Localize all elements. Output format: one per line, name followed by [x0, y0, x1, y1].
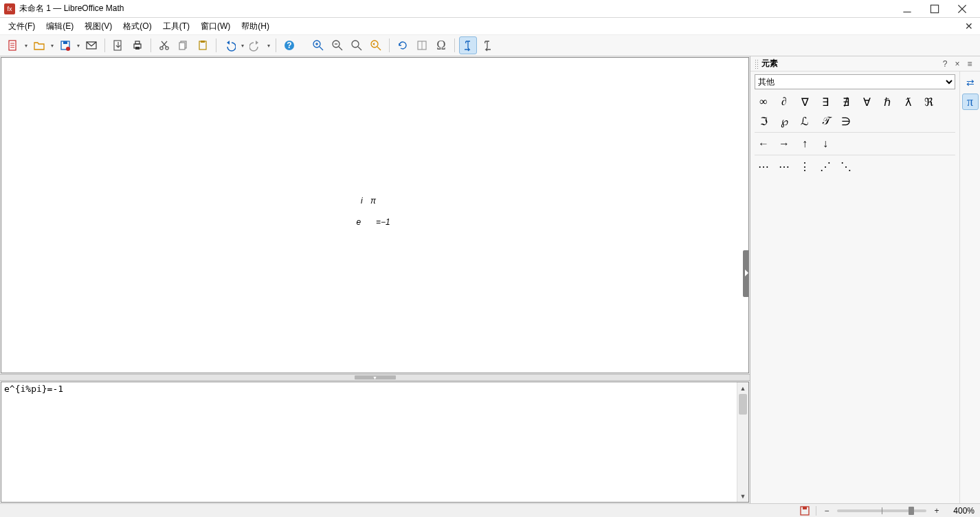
- zoom-minus-button[interactable]: −: [822, 506, 832, 516]
- toolbar-separator: [389, 38, 390, 52]
- symbol-0[interactable]: ℑ: [755, 113, 772, 129]
- symbol-3[interactable]: ∃: [816, 94, 834, 110]
- svg-rect-18: [201, 41, 205, 43]
- symbol-1[interactable]: ℘: [775, 113, 793, 129]
- new-button[interactable]: [4, 36, 22, 54]
- svg-text:?: ?: [287, 41, 291, 50]
- help-button[interactable]: ?: [280, 36, 298, 54]
- menu-tools[interactable]: 工具(T): [157, 19, 195, 34]
- sidebar-pi-button[interactable]: π: [962, 94, 979, 110]
- workspace: ei π=−1 ▼ e^{i%pi}=-1 ▲ ▼ 元素 ? × ≡: [0, 56, 980, 503]
- menu-help[interactable]: 帮助(H): [236, 19, 275, 34]
- elements-help-button[interactable]: ?: [939, 59, 951, 69]
- toolbar-separator: [151, 38, 151, 52]
- symbol-7[interactable]: ƛ: [899, 94, 917, 110]
- scroll-down-icon[interactable]: ▼: [737, 490, 748, 502]
- horizontal-splitter[interactable]: ▼: [0, 374, 750, 381]
- toolbar-separator: [276, 38, 276, 52]
- arrow-symbol-2[interactable]: ↑: [796, 135, 814, 152]
- svg-point-7: [66, 47, 70, 51]
- dots-symbol-0[interactable]: ⋯: [755, 158, 772, 175]
- formula-canvas[interactable]: ei π=−1: [1, 57, 749, 373]
- svg-rect-16: [179, 43, 185, 50]
- arrow-symbol-3[interactable]: ↓: [816, 135, 834, 152]
- zoom-slider-tick: [882, 507, 882, 514]
- command-editor[interactable]: e^{i%pi}=-1: [1, 382, 737, 502]
- svg-line-29: [358, 47, 361, 50]
- rtl-button[interactable]: [478, 36, 496, 54]
- document-close-button[interactable]: ✕: [965, 21, 973, 32]
- symbol-6[interactable]: ℏ: [878, 94, 896, 110]
- zoom-slider-thumb[interactable]: [909, 507, 914, 515]
- symbol-5[interactable]: ∀: [858, 94, 876, 110]
- dots-symbol-3[interactable]: ⋰: [816, 158, 834, 175]
- cut-button[interactable]: [155, 36, 173, 54]
- open-dropdown[interactable]: ▾: [49, 43, 55, 49]
- redo-dropdown[interactable]: ▾: [266, 43, 271, 49]
- save-button[interactable]: [56, 36, 74, 54]
- open-button[interactable]: [30, 36, 48, 54]
- print-button[interactable]: [129, 36, 146, 54]
- dots-symbol-1[interactable]: ⋯: [775, 158, 793, 175]
- svg-point-28: [352, 41, 359, 47]
- symbol-1[interactable]: ∂: [775, 94, 793, 110]
- command-editor-area: e^{i%pi}=-1 ▲ ▼: [1, 382, 749, 503]
- panel-grip-icon[interactable]: [755, 59, 759, 69]
- menu-edit[interactable]: 编辑(E): [41, 19, 79, 34]
- toolbar-separator: [454, 38, 455, 52]
- copy-button[interactable]: [175, 36, 192, 54]
- symbol-0[interactable]: ∞: [755, 94, 772, 110]
- symbol-2[interactable]: ℒ: [796, 113, 814, 129]
- zoom-plus-button[interactable]: +: [932, 506, 942, 516]
- arrow-symbol-1[interactable]: →: [775, 135, 793, 152]
- panel-collapse-handle[interactable]: [743, 250, 749, 297]
- email-button[interactable]: [82, 36, 100, 54]
- new-dropdown[interactable]: ▾: [23, 43, 29, 49]
- paste-button[interactable]: [194, 36, 212, 54]
- zoom-fit-button[interactable]: [367, 36, 385, 54]
- symbol-2[interactable]: ∇: [796, 94, 814, 110]
- refresh-button[interactable]: [394, 36, 412, 54]
- symbol-8[interactable]: ℜ: [920, 94, 937, 110]
- minimize-button[interactable]: [893, 0, 921, 18]
- scroll-thumb[interactable]: [739, 394, 747, 415]
- save-status-icon[interactable]: [799, 505, 810, 516]
- toolbar: ▾ ▾ ▾ ▾ ▾ ? Ω: [0, 34, 980, 56]
- undo-dropdown[interactable]: ▾: [240, 43, 245, 49]
- menu-format[interactable]: 格式(O): [118, 19, 157, 34]
- svg-rect-11: [135, 41, 140, 44]
- import-formula-button[interactable]: [109, 36, 127, 54]
- svg-rect-35: [803, 507, 807, 509]
- ltr-button[interactable]: [459, 36, 477, 54]
- save-dropdown[interactable]: ▾: [76, 43, 81, 49]
- symbol-4[interactable]: ∄: [837, 94, 855, 110]
- zoom-label[interactable]: 400%: [947, 506, 975, 516]
- symbol-3[interactable]: 𝒯: [816, 113, 834, 129]
- menu-window[interactable]: 窗口(W): [195, 19, 236, 34]
- symbol-grid: ∞∂∇∃∄∀ℏƛℜ ℑ℘ℒ𝒯∋ ←→↑↓ ⋯⋯⋮⋰⋱: [755, 94, 955, 175]
- zoom-in-button[interactable]: [309, 36, 327, 54]
- menu-file[interactable]: 文件(F): [3, 19, 41, 34]
- elements-close-button[interactable]: ×: [951, 59, 964, 69]
- menu-view[interactable]: 视图(V): [79, 19, 118, 34]
- category-select[interactable]: 其他: [755, 74, 955, 89]
- close-button[interactable]: [948, 0, 976, 18]
- zoom-100-button[interactable]: [348, 36, 366, 54]
- zoom-slider[interactable]: [837, 509, 926, 512]
- symbols-button[interactable]: Ω: [432, 36, 450, 54]
- editor-scrollbar[interactable]: ▲ ▼: [737, 382, 748, 502]
- toolbar-separator: [104, 38, 105, 52]
- zoom-out-button[interactable]: [328, 36, 346, 54]
- formula-cursor-button[interactable]: [413, 36, 431, 54]
- undo-button[interactable]: [221, 36, 238, 54]
- arrow-symbol-0[interactable]: ←: [755, 135, 772, 152]
- symbol-4[interactable]: ∋: [837, 113, 855, 129]
- elements-menu-button[interactable]: ≡: [964, 59, 976, 69]
- formula-tail: =−1: [376, 217, 390, 227]
- redo-button[interactable]: [247, 36, 265, 54]
- sidebar-settings-button[interactable]: ⇄: [962, 74, 979, 91]
- scroll-up-icon[interactable]: ▲: [737, 382, 748, 394]
- maximize-button[interactable]: [921, 0, 948, 18]
- dots-symbol-2[interactable]: ⋮: [796, 158, 814, 175]
- dots-symbol-4[interactable]: ⋱: [837, 158, 855, 175]
